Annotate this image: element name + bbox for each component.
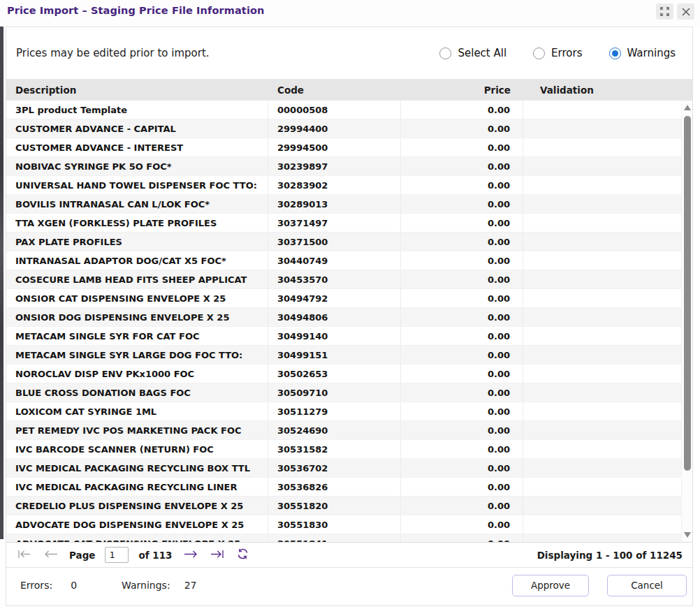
cell-code: 30499140 xyxy=(268,327,401,346)
page-number-input[interactable] xyxy=(105,547,129,563)
table-row[interactable]: METACAM SINGLE SYR LARGE DOG FOC TTO: 30… xyxy=(6,346,683,365)
cell-price[interactable]: 0.00 xyxy=(401,327,523,346)
cell-code: 30289013 xyxy=(268,195,401,214)
approve-button[interactable]: Approve xyxy=(512,575,589,596)
cell-price[interactable]: 0.00 xyxy=(401,214,523,233)
cell-price[interactable]: 0.00 xyxy=(401,497,523,515)
cell-validation xyxy=(523,402,683,421)
cell-price[interactable]: 0.00 xyxy=(401,459,523,478)
last-page-button[interactable] xyxy=(209,548,226,562)
dialog-footer: Errors: 0 Warnings: 27 Approve Cancel xyxy=(6,568,692,606)
cell-price[interactable]: 0.00 xyxy=(401,365,523,383)
next-page-button[interactable] xyxy=(182,548,199,562)
table-row[interactable]: BOVILIS INTRANASAL CAN L/LOK FOC* 302890… xyxy=(6,195,683,214)
errors-count: 0 xyxy=(71,580,77,591)
cell-validation xyxy=(523,289,683,308)
table-row[interactable]: TTA XGEN (FORKLESS) PLATE PROFILES 30371… xyxy=(6,214,683,233)
cell-price[interactable]: 0.00 xyxy=(401,383,523,402)
column-header-price[interactable]: Price xyxy=(401,79,523,101)
cell-code: 30283902 xyxy=(268,176,401,195)
scroll-up-icon[interactable] xyxy=(684,105,691,110)
cell-validation xyxy=(523,119,683,138)
cell-price[interactable]: 0.00 xyxy=(401,157,523,176)
cell-price[interactable]: 0.00 xyxy=(401,308,523,327)
table-row[interactable]: ONSIOR CAT DISPENSING ENVELOPE X 25 3049… xyxy=(6,289,683,308)
cell-price[interactable]: 0.00 xyxy=(401,119,523,138)
cell-code: 30499151 xyxy=(268,346,401,365)
cell-price[interactable]: 0.00 xyxy=(401,402,523,421)
radio-option-errors[interactable]: Errors xyxy=(533,47,582,59)
close-button[interactable] xyxy=(677,3,694,20)
cell-validation xyxy=(523,270,683,289)
table-row[interactable]: IVC MEDICAL PACKAGING RECYCLING LINER 30… xyxy=(6,478,683,497)
first-page-icon xyxy=(17,550,31,561)
maximize-button[interactable] xyxy=(656,3,673,20)
cell-price[interactable]: 0.00 xyxy=(401,478,523,497)
cell-price[interactable]: 0.00 xyxy=(401,251,523,270)
cell-price[interactable]: 0.00 xyxy=(401,440,523,459)
table-row[interactable]: BLUE CROSS DONATION BAGS FOC 30509710 0.… xyxy=(6,383,683,402)
previous-page-icon xyxy=(44,550,58,561)
table-row[interactable]: UNIVERSAL HAND TOWEL DISPENSER FOC TTO: … xyxy=(6,176,683,195)
first-page-button[interactable] xyxy=(16,548,33,562)
radio-option-select-all[interactable]: Select All xyxy=(439,47,506,59)
table-row[interactable]: LOXICOM CAT SYRINGE 1ML 30511279 0.00 xyxy=(6,402,683,421)
table-row[interactable]: NOROCLAV DISP ENV PKx1000 FOC 30502653 0… xyxy=(6,365,683,383)
scrollbar-thumb[interactable] xyxy=(684,116,691,471)
cell-price[interactable]: 0.00 xyxy=(401,346,523,365)
column-header-code[interactable]: Code xyxy=(268,79,401,101)
column-header-description[interactable]: Description xyxy=(6,79,268,101)
warnings-count: 27 xyxy=(184,580,197,591)
table-row[interactable]: ADVOCATE DOG DISPENSING ENVELOPE X 25 30… xyxy=(6,515,683,534)
cell-description: COSECURE LAMB HEAD FITS SHEEP APPLICAT xyxy=(6,270,268,289)
cell-price[interactable]: 0.00 xyxy=(401,138,523,157)
table-row[interactable]: NOBIVAC SYRINGE PK 5O FOC* 30239897 0.00 xyxy=(6,157,683,176)
dialog-title: Price Import – Staging Price File Inform… xyxy=(7,5,264,16)
table-row[interactable]: METACAM SINGLE SYR FOR CAT FOC 30499140 … xyxy=(6,327,683,346)
cell-validation xyxy=(523,195,683,214)
dialog-titlebar: Price Import – Staging Price File Inform… xyxy=(0,0,700,27)
cell-price[interactable]: 0.00 xyxy=(401,515,523,534)
vertical-scrollbar[interactable] xyxy=(681,101,692,542)
table-row[interactable]: COSECURE LAMB HEAD FITS SHEEP APPLICAT 3… xyxy=(6,270,683,289)
close-icon xyxy=(682,8,690,16)
table-row[interactable]: IVC MEDICAL PACKAGING RECYCLING BOX TTL … xyxy=(6,459,683,478)
cancel-button[interactable]: Cancel xyxy=(607,575,687,596)
cell-price[interactable]: 0.00 xyxy=(401,421,523,440)
previous-page-button[interactable] xyxy=(43,548,59,562)
cell-validation xyxy=(523,365,683,383)
intro-text: Prices may be edited prior to import. xyxy=(16,47,210,59)
cell-price[interactable]: 0.00 xyxy=(401,289,523,308)
cell-price[interactable]: 0.00 xyxy=(401,534,523,542)
table-row[interactable]: INTRANASAL ADAPTOR DOG/CAT X5 FOC* 30440… xyxy=(6,251,683,270)
column-header-validation[interactable]: Validation xyxy=(523,79,692,101)
cell-price[interactable]: 0.00 xyxy=(401,101,523,119)
cell-price[interactable]: 0.00 xyxy=(401,270,523,289)
cell-price[interactable]: 0.00 xyxy=(401,233,523,251)
table-row[interactable]: ADVOCATE CAT DISPENSING ENVELOPE X 25 30… xyxy=(6,534,683,542)
cell-code: 00000508 xyxy=(268,101,401,119)
table-row[interactable]: PET REMEDY IVC POS MARKETING PACK FOC 30… xyxy=(6,421,683,440)
cell-description: LOXICOM CAT SYRINGE 1ML xyxy=(6,402,268,421)
cell-price[interactable]: 0.00 xyxy=(401,176,523,195)
radio-option-warnings[interactable]: Warnings xyxy=(609,47,676,59)
table-row[interactable]: IVC BARCODE SCANNER (NETURN) FOC 3053158… xyxy=(6,440,683,459)
cell-price[interactable]: 0.00 xyxy=(401,195,523,214)
cell-code: 30536826 xyxy=(268,478,401,497)
window-controls xyxy=(656,3,694,20)
table-row[interactable]: CUSTOMER ADVANCE - CAPITAL 29994400 0.00 xyxy=(6,119,683,138)
errors-label: Errors: xyxy=(20,580,52,591)
refresh-button[interactable] xyxy=(235,547,250,563)
table-row[interactable]: ONSIOR DOG DISPENSING ENVELOPE X 25 3049… xyxy=(6,308,683,327)
table-row[interactable]: PAX PLATE PROFILES 30371500 0.00 xyxy=(6,233,683,251)
cell-code: 30371500 xyxy=(268,233,401,251)
cell-description: METACAM SINGLE SYR FOR CAT FOC xyxy=(6,327,268,346)
cell-code: 30536702 xyxy=(268,459,401,478)
table-row[interactable]: 3PL product Template 00000508 0.00 xyxy=(6,101,683,119)
scroll-down-icon[interactable] xyxy=(684,532,691,538)
radio-selected-icon xyxy=(609,47,621,59)
table-row[interactable]: CUSTOMER ADVANCE - INTEREST 29994500 0.0… xyxy=(6,138,683,157)
cell-validation xyxy=(523,459,683,478)
cell-code: 30494792 xyxy=(268,289,401,308)
table-row[interactable]: CREDELIO PLUS DISPENSING ENVELOPE X 25 3… xyxy=(6,497,683,515)
